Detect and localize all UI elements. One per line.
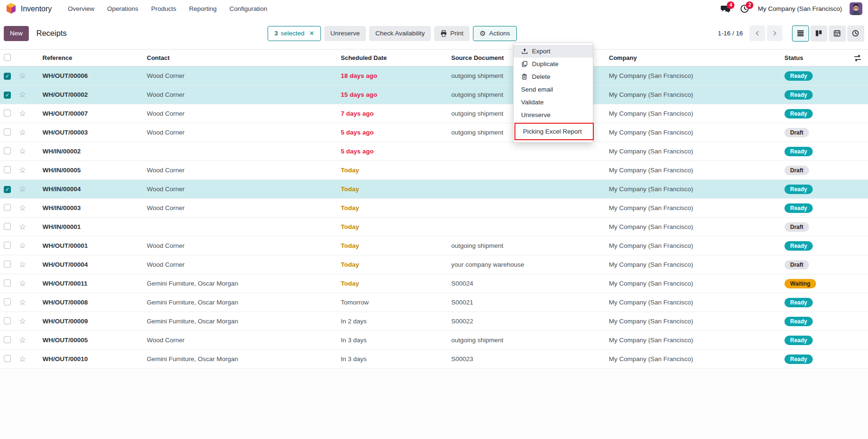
row-checkbox[interactable] [4,166,11,173]
check-availability-button[interactable]: Check Availability [369,26,431,41]
activities-count-badge: 2 [746,1,753,9]
menu-operations[interactable]: Operations [107,5,138,12]
row-checkbox[interactable] [4,204,11,211]
pager-previous-button[interactable] [750,25,765,41]
row-scheduled-date: Today [341,280,451,287]
favorite-star-icon[interactable]: ☆ [19,185,26,194]
menu-item-send-email[interactable]: Send email [514,83,593,96]
menu-products[interactable]: Products [151,5,176,12]
print-button[interactable]: Print [434,26,470,41]
favorite-star-icon[interactable]: ☆ [19,203,26,212]
favorite-star-icon[interactable]: ☆ [19,279,26,288]
favorite-star-icon[interactable]: ☆ [19,336,26,345]
table-row[interactable]: ☆ WH/OUT/00005 Wood Corner In 3 days out… [0,331,868,350]
favorite-star-icon[interactable]: ☆ [19,317,26,326]
user-avatar[interactable] [850,2,862,15]
table-row[interactable]: ☆ WH/IN/00002 5 days ago My Company (San… [0,142,868,161]
menu-reporting[interactable]: Reporting [189,5,217,12]
selection-count-button[interactable]: 3 selected ✕ [268,26,321,41]
copy-icon [521,61,528,67]
table-row[interactable]: ☆ WH/OUT/00009 Gemini Furniture, Oscar M… [0,312,868,331]
row-contact: Wood Corner [147,167,341,174]
row-checkbox[interactable]: ✓ [4,92,11,99]
favorite-star-icon[interactable]: ☆ [19,298,26,307]
actions-button[interactable]: ⚙ Actions [473,26,517,41]
row-checkbox[interactable]: ✓ [4,186,11,193]
status-badge: Ready [784,109,813,118]
menu-item-delete[interactable]: Delete [514,70,593,83]
calendar-view-button[interactable] [829,25,846,42]
favorite-star-icon[interactable]: ☆ [19,260,26,269]
new-button[interactable]: New [4,26,29,41]
row-scheduled-date: 5 days ago [341,148,451,155]
row-checkbox[interactable] [4,110,11,117]
table-row[interactable]: ☆ WH/IN/00001 Today My Company (San Fran… [0,218,868,236]
row-checkbox[interactable] [4,355,11,362]
favorite-star-icon[interactable]: ☆ [19,147,26,156]
kanban-view-button[interactable] [810,25,827,42]
menu-item-picking-excel-report[interactable]: Picking Excel Report [515,125,593,138]
activity-view-button[interactable] [847,25,864,42]
menu-item-export[interactable]: Export [514,45,593,58]
unreserve-button[interactable]: Unreserve [324,26,366,41]
header-reference[interactable]: Reference [42,54,147,61]
table-row[interactable]: ☆ WH/IN/00003 Wood Corner Today My Compa… [0,199,868,218]
app-name[interactable]: Inventory [21,5,52,13]
top-navbar: Inventory Overview Operations Products R… [0,0,868,17]
menu-overview[interactable]: Overview [68,5,94,12]
optional-columns-button[interactable] [854,54,861,63]
favorite-star-icon[interactable]: ☆ [19,241,26,250]
row-checkbox[interactable] [4,128,11,135]
favorite-star-icon[interactable]: ☆ [19,109,26,118]
table-row[interactable]: ☆ WH/OUT/00007 Wood Corner 7 days ago ou… [0,104,868,123]
favorite-star-icon[interactable]: ☆ [19,166,26,175]
menu-item-unreserve[interactable]: Unreserve [514,109,593,121]
menu-item-duplicate[interactable]: Duplicate [514,58,593,70]
table-row[interactable]: ☆ WH/OUT/00010 Gemini Furniture, Oscar M… [0,350,868,369]
favorite-star-icon[interactable]: ☆ [19,128,26,137]
header-contact[interactable]: Contact [147,54,341,61]
row-checkbox[interactable] [4,298,11,305]
clear-selection-icon[interactable]: ✕ [309,30,314,37]
header-company[interactable]: Company [609,54,784,61]
menu-configuration[interactable]: Configuration [229,5,267,12]
row-company: My Company (San Francisco) [609,355,784,363]
table-row[interactable]: ☆ WH/OUT/00001 Wood Corner Today outgoin… [0,236,868,255]
activities-button[interactable]: 2 [739,4,750,14]
favorite-star-icon[interactable]: ☆ [19,222,26,231]
row-checkbox[interactable] [4,336,11,343]
favorite-star-icon[interactable]: ☆ [19,90,26,99]
table-row[interactable]: ☆ WH/OUT/00008 Gemini Furniture, Oscar M… [0,293,868,312]
row-checkbox[interactable]: ✓ [4,73,11,80]
row-scheduled-date: Today [341,204,451,211]
menu-item-label: Delete [532,73,550,80]
row-checkbox[interactable] [4,147,11,154]
table-row[interactable]: ✓ ☆ WH/OUT/00006 Wood Corner 18 days ago… [0,67,868,85]
row-checkbox[interactable] [4,261,11,268]
row-checkbox[interactable] [4,317,11,324]
row-scheduled-date: 15 days ago [341,91,451,98]
table-row[interactable]: ✓ ☆ WH/IN/00004 Wood Corner Today My Com… [0,180,868,199]
inventory-app-icon[interactable] [6,3,17,15]
row-reference: WH/OUT/00008 [42,299,147,306]
status-badge: Ready [784,355,813,364]
row-checkbox[interactable] [4,279,11,287]
table-row[interactable]: ☆ WH/OUT/00011 Gemini Furniture, Oscar M… [0,274,868,293]
table-row[interactable]: ☆ WH/OUT/00004 Wood Corner Today your co… [0,255,868,274]
row-checkbox[interactable] [4,242,11,249]
table-row[interactable]: ✓ ☆ WH/OUT/00002 Wood Corner 15 days ago… [0,85,868,104]
select-all-checkbox[interactable] [4,54,11,61]
header-scheduled-date[interactable]: Scheduled Date [341,54,451,61]
row-scheduled-date: In 3 days [341,355,451,363]
status-badge: Ready [784,317,813,326]
company-switcher[interactable]: My Company (San Francisco) [758,5,842,12]
table-row[interactable]: ☆ WH/OUT/00003 Wood Corner 5 days ago ou… [0,123,868,142]
favorite-star-icon[interactable]: ☆ [19,71,26,80]
table-row[interactable]: ☆ WH/IN/00005 Wood Corner Today My Compa… [0,161,868,180]
list-view-button[interactable] [792,25,809,42]
messages-button[interactable]: 4 [720,4,731,14]
pager-next-button[interactable] [767,25,783,41]
menu-item-validate[interactable]: Validate [514,96,593,109]
favorite-star-icon[interactable]: ☆ [19,355,26,363]
row-checkbox[interactable] [4,223,11,230]
